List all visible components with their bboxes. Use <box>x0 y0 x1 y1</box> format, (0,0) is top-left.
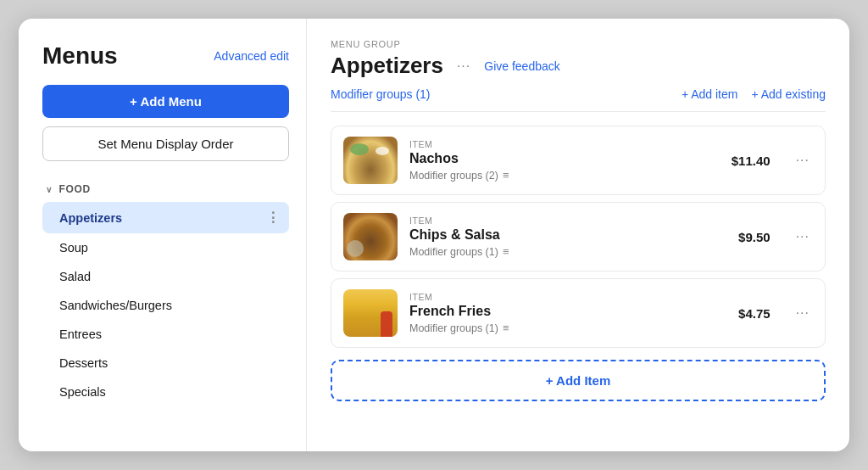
item-options-button[interactable]: ··· <box>793 304 813 322</box>
modifier-groups-link[interactable]: Modifier groups (1) <box>331 87 431 101</box>
modifier-row: Modifier groups (1) + Add item + Add exi… <box>331 87 826 112</box>
item-image-chips <box>343 213 398 260</box>
items-list: ITEM Nachos Modifier groups (2) ≡ $11.40… <box>331 126 826 348</box>
item-price: $11.40 <box>732 154 771 168</box>
chevron-down-icon: ∨ <box>46 185 53 194</box>
sidebar-header: Menus Advanced edit <box>42 42 289 70</box>
table-row: ITEM Chips & Salsa Modifier groups (1) ≡… <box>331 202 826 271</box>
sidebar-item-label: Salad <box>59 270 91 283</box>
menu-group-title: Appetizers <box>331 53 443 79</box>
add-actions: + Add item + Add existing <box>682 87 826 101</box>
sidebar-item-sandwiches[interactable]: Sandwiches/Burgers <box>42 291 289 320</box>
item-price: $9.50 <box>738 230 771 244</box>
sidebar-item-label: Appetizers <box>59 211 122 225</box>
advanced-edit-link[interactable]: Advanced edit <box>214 49 289 63</box>
sidebar-item-specials[interactable]: Specials <box>42 378 289 406</box>
item-type-label: ITEM <box>409 139 720 149</box>
menu-group-options-button[interactable]: ··· <box>453 57 474 76</box>
item-type-label: ITEM <box>409 292 726 302</box>
menu-group-header: Appetizers ··· Give feedback <box>331 53 826 79</box>
item-options-button[interactable]: ··· <box>793 151 813 170</box>
list-icon: ≡ <box>503 245 509 258</box>
sidebar-item-salad[interactable]: Salad <box>42 262 289 291</box>
item-modifier[interactable]: Modifier groups (2) ≡ <box>409 169 720 182</box>
dots-icon[interactable]: ⋮ <box>266 210 281 226</box>
item-image-fries <box>343 289 398 337</box>
table-row: ITEM French Fries Modifier groups (1) ≡ … <box>331 278 826 348</box>
item-image-nachos <box>343 137 398 184</box>
item-price: $4.75 <box>738 306 771 321</box>
item-modifier[interactable]: Modifier groups (1) ≡ <box>409 245 726 258</box>
item-modifier[interactable]: Modifier groups (1) ≡ <box>409 322 726 334</box>
category-name: FOOD <box>59 183 91 195</box>
sidebar-item-label: Specials <box>59 385 106 399</box>
category-section: ∨ FOOD Appetizers ⋮ Soup Salad Sandwiche… <box>42 178 289 406</box>
sidebar-item-soup[interactable]: Soup <box>42 233 289 262</box>
modifier-text: Modifier groups (2) <box>409 170 498 182</box>
give-feedback-link[interactable]: Give feedback <box>484 59 560 73</box>
sidebar-item-appetizers[interactable]: Appetizers ⋮ <box>42 202 289 233</box>
add-item-button[interactable]: + Add Item <box>331 360 826 401</box>
table-row: ITEM Nachos Modifier groups (2) ≡ $11.40… <box>331 126 826 195</box>
set-display-order-button[interactable]: Set Menu Display Order <box>42 126 289 161</box>
sidebar-item-label: Sandwiches/Burgers <box>59 299 172 312</box>
item-name: Nachos <box>409 151 720 166</box>
add-item-header-button[interactable]: + Add item <box>682 87 738 101</box>
item-type-label: ITEM <box>409 215 726 226</box>
add-existing-button[interactable]: + Add existing <box>751 87 826 101</box>
menu-group-label: MENU GROUP <box>331 39 826 49</box>
add-menu-button[interactable]: + Add Menu <box>42 85 289 118</box>
category-header[interactable]: ∨ FOOD <box>42 178 289 200</box>
menu-items-list: Appetizers ⋮ Soup Salad Sandwiches/Burge… <box>42 202 289 406</box>
sidebar-item-label: Desserts <box>59 356 108 370</box>
item-info: ITEM Chips & Salsa Modifier groups (1) ≡ <box>409 215 726 258</box>
item-info: ITEM French Fries Modifier groups (1) ≡ <box>409 292 726 334</box>
sidebar-item-label: Soup <box>59 241 88 255</box>
main-content: MENU GROUP Appetizers ··· Give feedback … <box>307 19 849 451</box>
list-icon: ≡ <box>503 169 509 182</box>
item-name: French Fries <box>409 304 726 319</box>
list-icon: ≡ <box>503 322 509 334</box>
sidebar: Menus Advanced edit + Add Menu Set Menu … <box>19 19 307 451</box>
item-info: ITEM Nachos Modifier groups (2) ≡ <box>409 139 720 182</box>
item-options-button[interactable]: ··· <box>793 227 813 246</box>
sidebar-item-label: Entrees <box>59 327 102 341</box>
modifier-text: Modifier groups (1) <box>409 322 498 334</box>
sidebar-title: Menus <box>42 42 118 70</box>
sidebar-item-entrees[interactable]: Entrees <box>42 320 289 349</box>
app-container: Menus Advanced edit + Add Menu Set Menu … <box>19 19 849 451</box>
item-name: Chips & Salsa <box>409 227 726 243</box>
modifier-text: Modifier groups (1) <box>409 246 498 258</box>
sidebar-item-desserts[interactable]: Desserts <box>42 349 289 378</box>
